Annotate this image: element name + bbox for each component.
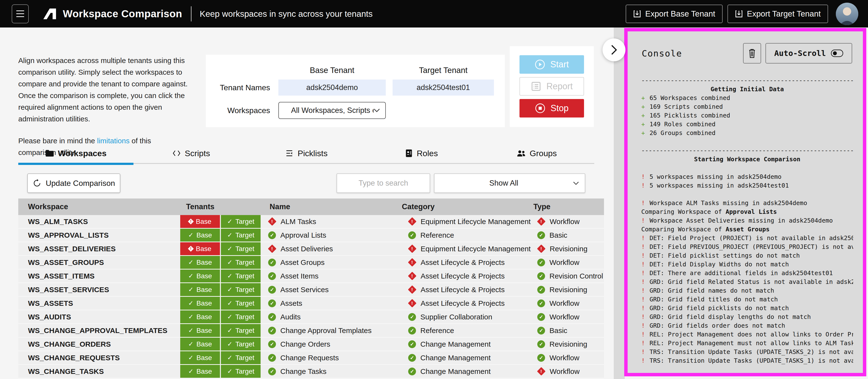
user-avatar[interactable] (836, 3, 858, 25)
search-input[interactable] (337, 173, 430, 193)
target-badge[interactable]: ✓Target (221, 351, 260, 364)
base-badge[interactable]: ✓Base (180, 283, 220, 296)
target-badge[interactable]: ✓Target (221, 229, 260, 242)
app-subtitle: Keep workspaces in sync across your tena… (200, 9, 373, 19)
table-row[interactable]: WS_CHANGE_TASKS✓Base✓Target✓Change Tasks… (18, 365, 604, 379)
base-badge[interactable]: ✓Base (180, 256, 220, 269)
check-icon: ✓ (227, 218, 232, 225)
tenant-names-label: Tenant Names (213, 83, 272, 92)
target-badge[interactable]: ✓Target (221, 297, 260, 310)
target-badge[interactable]: ✓Target (221, 242, 260, 255)
target-badge[interactable]: ✓Target (221, 283, 260, 296)
report-button[interactable]: Report (520, 77, 584, 96)
base-badge[interactable]: !Base (180, 215, 220, 228)
col-header-type[interactable]: Type (531, 202, 604, 211)
picklist-icon (285, 149, 294, 157)
auto-scroll-toggle[interactable]: Auto-Scroll (766, 43, 852, 64)
table-row[interactable]: WS_ASSET_DELIVERIES!Base✓Target!Asset De… (18, 242, 604, 256)
base-badge[interactable]: ✓Base (180, 351, 220, 364)
console-log[interactable]: ----------------------------------------… (628, 76, 863, 366)
table-row[interactable]: WS_CHANGE_APPROVAL_TEMPLATES✓Base✓Target… (18, 324, 604, 338)
export-target-tenant-button[interactable]: Export Target Tenant (727, 5, 828, 23)
badge-label: Target (235, 313, 254, 321)
table-row[interactable]: WS_ASSET_ITEMS✓Base✓Target✓Asset Items!A… (18, 270, 604, 283)
base-tenant-input[interactable] (278, 79, 386, 96)
warning-icon: ! (641, 313, 650, 321)
cell-label: Change Approval Templates (280, 326, 372, 335)
table-row[interactable]: WS_AUDITS✓Base✓Target✓Audits✓Supplier Co… (18, 310, 604, 324)
export-target-label: Export Target Tenant (747, 9, 821, 19)
clear-console-button[interactable] (743, 43, 761, 64)
panel-splitter[interactable] (614, 28, 625, 379)
category-cell: ✓Change Management (402, 340, 531, 348)
report-label: Report (546, 81, 572, 92)
filter-select[interactable]: Show All (434, 173, 585, 193)
table-row[interactable]: WS_ASSETS✓Base✓Target✓Assets!Asset Lifec… (18, 297, 604, 310)
table-row[interactable]: WS_CHANGE_REQUESTS✓Base✓Target✓Change Re… (18, 351, 604, 365)
tab-groups[interactable]: Groups (479, 143, 594, 163)
base-badge[interactable]: ✓Base (180, 324, 220, 337)
col-header-category[interactable]: Category (402, 202, 531, 211)
target-badge[interactable]: ✓Target (221, 365, 260, 378)
target-badge[interactable]: ✓Target (221, 338, 260, 350)
check-icon: ✓ (227, 272, 232, 280)
warning-icon: ! (641, 295, 650, 304)
base-badge[interactable]: ✓Base (180, 297, 220, 310)
base-badge[interactable]: ✓Base (180, 229, 220, 242)
hamburger-menu-button[interactable] (12, 4, 29, 23)
col-header-tenants[interactable]: Tenants (180, 202, 262, 211)
start-button[interactable]: Start (520, 55, 584, 74)
table-header-row: Workspace Tenants Name Category Type (18, 199, 604, 215)
target-badge[interactable]: ✓Target (221, 324, 260, 337)
console-warning-line: !5 workspaces missing in adsk2504test01 (641, 181, 853, 190)
category-cell: !Asset Lifecycle & Projects (402, 285, 531, 294)
cell-label: Audits (280, 313, 301, 321)
target-badge[interactable]: ✓Target (221, 270, 260, 282)
table-row[interactable]: WS_APPROVAL_LISTS✓Base✓Target✓Approval L… (18, 229, 604, 242)
tab-workspaces[interactable]: Workspaces (18, 143, 133, 163)
target-tenant-input[interactable] (393, 79, 494, 96)
check-icon: ✓ (227, 231, 232, 239)
name-cell: ✓Change Requests (262, 354, 402, 362)
type-cell: !Workflow (531, 367, 604, 376)
table-row[interactable]: WS_ASSET_SERVICES✓Base✓Target✓Asset Serv… (18, 283, 604, 297)
status-alert-icon: ! (408, 299, 416, 308)
col-header-name[interactable]: Name (262, 202, 402, 211)
base-badge[interactable]: ✓Base (180, 310, 220, 323)
folder-icon (45, 149, 54, 157)
cell-label: Workflow (550, 354, 580, 362)
target-badge[interactable]: ✓Target (221, 256, 260, 269)
table-body: WS_ALM_TASKS!Base✓Target!ALM Tasks!Equip… (18, 215, 604, 379)
target-badge[interactable]: ✓Target (221, 215, 260, 228)
base-badge[interactable]: ✓Base (180, 365, 220, 378)
tab-picklists[interactable]: Picklists (249, 143, 364, 163)
console-warning-line: !5 workspaces missing in adsk2504demo (641, 172, 853, 181)
tenant-badges: ✓Base✓Target (180, 338, 262, 350)
tab-roles[interactable]: Roles (364, 143, 479, 163)
badge-label: Base (196, 286, 212, 294)
console-warning-line: !GRD: Grid field names do not match (641, 286, 853, 295)
status-ok-icon: ✓ (408, 313, 416, 321)
table-row[interactable]: WS_ALM_TASKS!Base✓Target!ALM Tasks!Equip… (18, 215, 604, 229)
export-base-tenant-button[interactable]: Export Base Tenant (626, 5, 722, 23)
tab-scripts[interactable]: Scripts (133, 143, 249, 163)
target-badge[interactable]: ✓Target (221, 310, 260, 323)
stop-button[interactable]: Stop (520, 99, 584, 117)
console-collapse-button[interactable] (602, 38, 625, 61)
tenant-badges: ✓Base✓Target (180, 229, 262, 242)
base-badge[interactable]: !Base (180, 242, 220, 255)
base-badge[interactable]: ✓Base (180, 338, 220, 350)
table-row[interactable]: WS_CHANGE_ORDERS✓Base✓Target✓Change Orde… (18, 338, 604, 351)
workspaces-select[interactable]: All Workspaces, Scripts et (278, 102, 386, 119)
update-comparison-button[interactable]: Update Comparison (27, 173, 120, 193)
badge-label: Base (196, 327, 212, 335)
warning-icon: ! (641, 365, 650, 366)
console-panel: Console Auto-Scroll --------------------… (624, 28, 866, 376)
tenant-badges: ✓Base✓Target (180, 310, 262, 323)
console-success-line: +65 Workspaces combined (641, 94, 853, 102)
console-blank-line (641, 164, 853, 172)
col-header-workspace[interactable]: Workspace (18, 202, 180, 211)
base-badge[interactable]: ✓Base (180, 270, 220, 282)
status-ok-icon: ✓ (268, 313, 276, 321)
table-row[interactable]: WS_ASSET_GROUPS✓Base✓Target✓Asset Groups… (18, 256, 604, 270)
